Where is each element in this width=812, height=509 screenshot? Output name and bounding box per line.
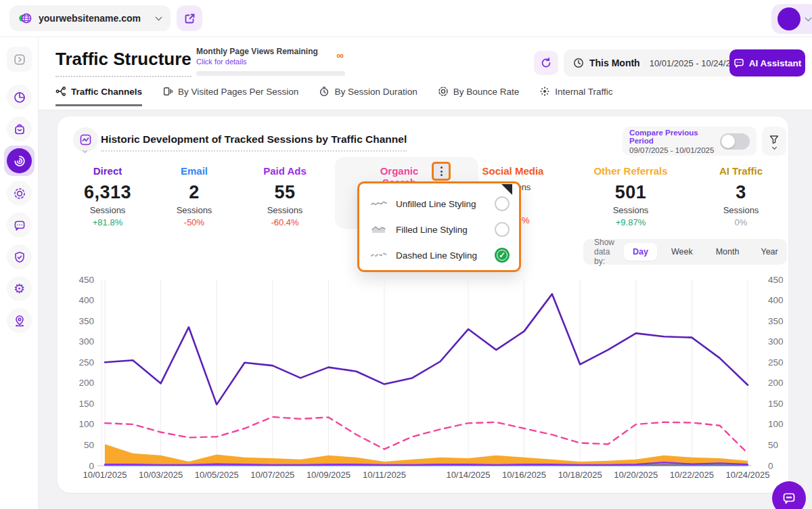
page-header: Traffic Structure Monthly Page Views Rem… [39,37,812,110]
line-chart-icon [79,133,92,146]
svg-text:100: 100 [78,419,94,429]
chat-robot-icon [782,491,796,506]
filter-button[interactable] [762,127,786,156]
location-pin-icon [13,314,26,328]
granularity-week[interactable]: Week [662,243,702,261]
svg-text:250: 250 [768,357,784,368]
menu-item-unfilled-line[interactable]: Unfilled Line Styling [370,191,510,217]
channel-other-referrals[interactable]: Other Referrals 501 Sessions +9.87% [577,165,685,227]
page-title: Traffic Structure [55,49,191,77]
chevron-down-icon [805,15,812,22]
ai-assistant-button[interactable]: AI Assistant [729,49,805,76]
tab-internal-traffic[interactable]: Internal Traffic [539,86,612,104]
sidebar-item-location[interactable] [7,308,32,333]
svg-text:10/09/2025: 10/09/2025 [307,470,351,480]
svg-text:450: 450 [768,275,784,285]
chat-icon [734,58,744,68]
svg-text:10/05/2025: 10/05/2025 [195,470,239,480]
tab-traffic-channels[interactable]: Traffic Channels [55,86,142,106]
channel-label: Social Media [459,165,567,177]
svg-text:10/16/2025: 10/16/2025 [502,470,546,480]
channel-label: AI Traffic [687,165,795,177]
tab-bar: Traffic Channels By Visited Pages Per Se… [55,86,613,106]
channel-ai-traffic[interactable]: AI Traffic 3 Sessions 0% [687,165,795,227]
menu-item-filled-line[interactable]: Filled Line Styling [370,217,510,242]
svg-text:250: 250 [78,357,94,368]
traffic-spiral-icon [13,154,26,168]
page-views-details-link[interactable]: Click for details [196,58,345,66]
granularity-month[interactable]: Month [707,243,748,261]
svg-text:10/03/2025: 10/03/2025 [139,470,183,480]
toggle-knob [721,135,735,148]
website-selector[interactable]: yourwebsitename.com [9,5,171,31]
svg-text:300: 300 [78,336,94,347]
channel-paid-ads[interactable]: Paid Ads 55 Sessions -60.4% [231,165,339,227]
svg-text:50: 50 [768,440,778,450]
tab-bounce-rate[interactable]: By Bounce Rate [438,86,520,104]
sidebar-item-ecommerce[interactable] [7,116,32,141]
channel-delta: +9.87% [577,217,685,227]
menu-item-dashed-line[interactable]: Dashed Line Styling [370,242,510,268]
page-views-progress-bar [196,71,345,76]
traffic-chart[interactable]: 10/01/202510/03/202510/05/202510/07/2025… [61,271,792,482]
avatar [777,7,800,30]
show-data-by-label: Show data by: [594,238,614,266]
channel-unit: Sessions [687,205,795,215]
menu-caret [501,184,512,195]
page-views-label: Monthly Page Views Remaining [196,47,345,56]
channel-unit: Sessions [577,205,685,215]
internal-traffic-icon [539,86,550,97]
website-name: yourwebsitename.com [39,13,156,24]
chevron-down-icon [156,14,162,21]
refresh-button[interactable] [534,51,558,75]
radio-unchecked[interactable] [495,222,510,237]
compare-previous-period: Compare Previous Period 09/07/2025 - 10/… [623,127,757,156]
unfilled-line-icon [370,199,388,208]
sidebar-item-recordings[interactable] [7,181,32,206]
radio-checked-icon[interactable] [495,248,510,263]
svg-text:10/07/2025: 10/07/2025 [250,470,294,480]
radio-unchecked[interactable] [495,196,510,211]
channel-unit: Sessions [231,205,339,215]
channel-value: 55 [231,182,339,203]
granularity-year[interactable]: Year [752,243,786,261]
lens-icon [13,187,26,200]
open-website-button[interactable] [177,5,202,31]
external-link-icon [184,13,196,24]
svg-text:0: 0 [768,461,773,471]
svg-text:100: 100 [768,419,784,429]
tab-label: By Visited Pages Per Session [178,87,298,97]
svg-text:350: 350 [768,316,784,326]
bounce-rate-icon [438,86,449,97]
sidebar-item-analytics[interactable] [7,85,32,110]
tab-label: Internal Traffic [555,87,612,97]
dashed-line-icon [370,250,388,260]
sidebar-item-traffic-active[interactable] [4,146,35,176]
svg-text:10/11/2025: 10/11/2025 [363,470,406,480]
channel-label: Paid Ads [231,165,339,177]
channel-options-kebab-button[interactable] [432,162,451,181]
channel-delta: 0% [687,217,795,227]
svg-text:10/22/2025: 10/22/2025 [670,470,714,480]
ai-assistant-label: AI Assistant [749,58,802,68]
compare-label: Compare Previous Period [629,129,715,145]
tab-session-duration[interactable]: By Session Duration [319,86,417,104]
channel-value: 501 [577,182,685,203]
sidebar-item-security[interactable] [7,244,32,269]
user-menu[interactable] [771,4,812,34]
granularity-day[interactable]: Day [624,243,657,261]
svg-text:150: 150 [768,399,784,409]
chevron-down-icon [771,144,776,149]
compare-toggle[interactable] [720,133,750,150]
traffic-channels-icon [55,86,66,97]
channel-value: 3 [687,182,795,203]
chat-bubble-icon [13,219,26,232]
channel-delta-partial: % [522,215,530,225]
tab-visited-pages[interactable]: By Visited Pages Per Session [162,86,298,104]
tab-label: Traffic Channels [71,87,142,97]
sidebar-collapse-button[interactable] [7,47,32,72]
sidebar-item-feedback[interactable] [7,213,32,238]
website-globe-icon [18,11,32,26]
menu-item-label: Dashed Line Styling [396,250,487,261]
sidebar-item-settings[interactable]: ⚙ [7,276,32,301]
